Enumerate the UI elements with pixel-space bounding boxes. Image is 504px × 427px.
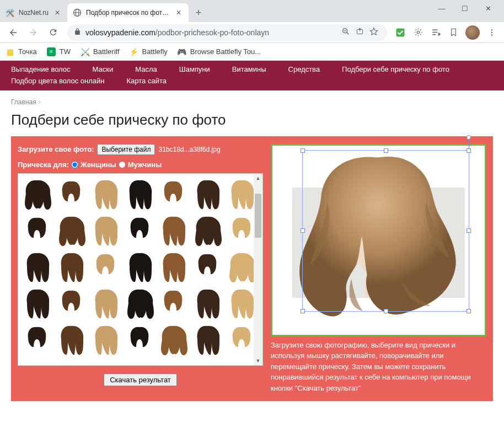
preview-canvas[interactable] [271,144,486,337]
resize-handle[interactable] [467,309,471,313]
nav-link[interactable]: Подбери себе прическу по фото [342,64,449,76]
star-icon[interactable] [369,27,378,38]
hairstyle-thumbnail[interactable] [192,323,223,357]
gender-women-radio[interactable] [71,161,78,168]
back-button[interactable] [4,24,22,41]
bookmark-item[interactable]: ▦Точка [6,47,37,56]
resize-handle[interactable] [467,228,471,233]
bookmark-item[interactable]: ⚡Battlefly [130,47,168,56]
hairstyle-thumbnail[interactable] [124,177,155,211]
nav-link[interactable]: Маски [93,64,114,76]
close-icon[interactable]: ✕ [53,8,62,17]
hairstyle-thumbnail[interactable] [22,177,52,211]
hairstyle-thumbnail[interactable] [158,250,189,284]
hairstyle-thumbnail[interactable] [124,250,155,284]
hairstyle-thumbnail[interactable] [22,323,52,357]
hairstyle-thumbnail[interactable] [158,286,189,321]
extension-bookmark-icon[interactable] [446,25,461,40]
choose-file-button[interactable]: Выберите файл [97,144,155,155]
instructions-text: Загрузите свою фотографию, выберите вид … [271,340,486,394]
nav-link[interactable]: Витамины [232,64,266,76]
svg-point-9 [491,29,492,30]
extension-check-icon[interactable] [393,25,408,40]
download-result-button[interactable]: Скачать результат [104,373,177,386]
scroll-up-icon[interactable]: ▲ [254,174,262,183]
resize-handle[interactable] [467,148,471,153]
browser-tab-active[interactable]: Подбор причесок по фото онла ✕ [67,3,189,22]
hairstyle-thumbnail[interactable] [22,286,52,321]
hairstyle-thumbnail[interactable] [56,214,87,248]
resize-handle[interactable] [384,309,388,313]
bookmark-item[interactable]: ⚔️Battleriff [81,47,119,56]
hairstyle-thumbnail[interactable] [226,323,257,357]
hairstyle-thumbnail[interactable] [124,286,155,321]
gender-men-label[interactable]: Мужчины [128,161,162,169]
new-tab-button[interactable]: + [191,5,206,20]
url-text: volosvypadenie.com/podbor-prichesok-po-f… [85,28,337,37]
close-icon[interactable]: ✕ [174,8,183,17]
reload-button[interactable] [44,24,62,41]
hairstyle-thumbnail[interactable] [22,250,52,284]
hairstyle-thumbnail[interactable] [56,250,87,284]
resize-handle[interactable] [301,228,305,233]
scrollbar[interactable]: ▲ ▼ [254,174,262,365]
resize-handle[interactable] [301,148,305,153]
hairstyle-thumbnail[interactable] [158,214,189,248]
favicon-icon: 🛠️ [6,8,14,17]
hairstyle-thumbnail[interactable] [158,323,189,357]
share-icon[interactable] [356,27,364,38]
zoom-icon[interactable] [341,27,350,38]
nav-link[interactable]: Средства [288,64,320,76]
nav-link[interactable]: Масла [135,64,157,76]
selection-box[interactable] [302,150,469,312]
browser-tab[interactable]: 🛠️ NozNet.ru ✕ [0,3,67,22]
hairstyle-thumbnail[interactable] [124,214,155,248]
nav-link[interactable]: Шампуни [179,64,210,76]
svg-rect-7 [396,28,405,36]
hairstyle-thumbnail[interactable] [192,214,223,248]
scroll-down-icon[interactable]: ▼ [254,356,262,365]
minimize-button[interactable]: — [430,0,453,17]
extension-playlist-icon[interactable] [428,25,443,40]
hairstyle-thumbnail[interactable] [90,214,121,248]
breadcrumb-link[interactable]: Главная [11,98,36,106]
hairstyle-thumbnail[interactable] [192,250,223,284]
hairstyle-thumbnail[interactable] [124,323,155,357]
bookmarks-bar: ▦Точка ≡TW ⚔️Battleriff ⚡Battlefly 🎮Brow… [0,43,504,61]
hairstyle-thumbnail[interactable] [226,177,257,211]
forward-button[interactable] [24,24,42,41]
hairstyle-thumbnail[interactable] [192,177,223,211]
gender-women-label[interactable]: Женщины [81,161,116,169]
site-nav-banner: Выпадение волос Маски Масла Шампуни Вита… [0,61,504,90]
hairstyle-thumbnail[interactable] [90,250,121,284]
bookmark-item[interactable]: ≡TW [47,47,71,56]
hairstyle-thumbnail[interactable] [226,286,257,321]
extension-gear-icon[interactable] [410,25,426,40]
hairstyle-thumbnail[interactable] [56,177,87,211]
gender-men-radio[interactable] [119,161,126,168]
hairstyle-thumbnail[interactable] [158,177,189,211]
nav-link[interactable]: Выпадение волос [11,64,71,76]
hairstyle-thumbnail[interactable] [192,286,223,321]
hairstyle-thumbnail[interactable] [56,323,87,357]
breadcrumb: Главная› [0,90,504,109]
hairstyle-thumbnail[interactable] [226,214,257,248]
maximize-button[interactable]: ☐ [453,0,476,17]
address-bar[interactable]: volosvypadenie.com/podbor-prichesok-po-f… [67,24,387,41]
nav-link[interactable]: Подбор цвета волос онлайн [11,76,105,87]
hairstyle-thumbnail[interactable] [90,323,121,357]
hairstyle-thumbnail[interactable] [90,177,121,211]
rotate-handle[interactable] [467,135,471,140]
hairstyle-thumbnail[interactable] [56,286,87,321]
scrollbar-thumb[interactable] [255,194,261,238]
profile-avatar[interactable] [465,25,480,40]
nav-link[interactable]: Карта сайта [127,76,167,87]
menu-button[interactable] [484,25,500,40]
hairstyle-thumbnail[interactable] [22,214,52,248]
hairstyle-thumbnail[interactable] [226,250,257,284]
bookmark-item[interactable]: 🎮Browse Battlefly Tou... [178,47,261,56]
hairstyle-thumbnail[interactable] [90,286,121,321]
resize-handle[interactable] [301,309,305,313]
resize-handle[interactable] [384,148,388,153]
close-window-button[interactable]: ✕ [476,0,500,17]
